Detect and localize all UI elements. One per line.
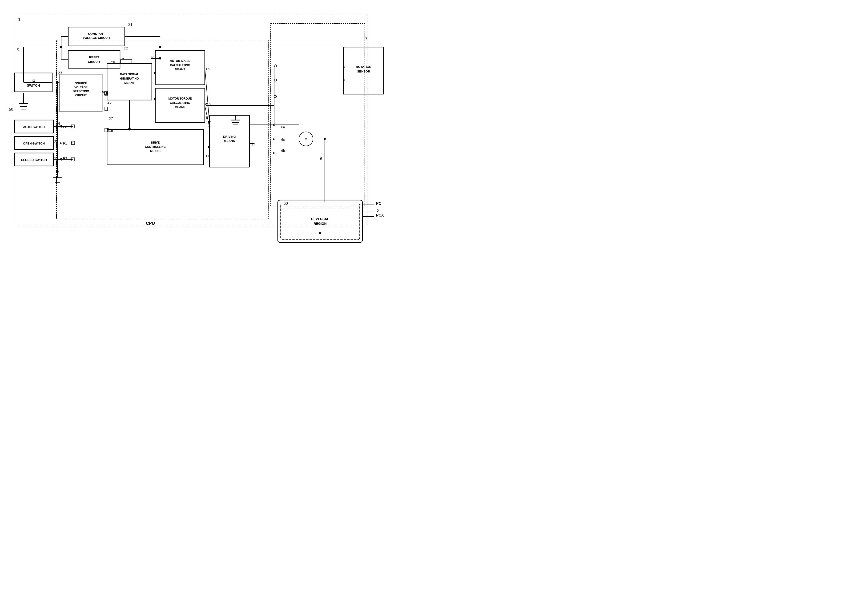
svg-point-81 xyxy=(343,66,344,68)
label-svdc2: VOLTAGE xyxy=(74,86,88,89)
label-dcm1: DRIVE xyxy=(151,141,160,144)
label-mscm1: MOTOR SPEED xyxy=(170,59,191,63)
label-dcm2: CONTROLLING xyxy=(145,145,166,149)
label-ig-switch: IG xyxy=(32,79,35,83)
label-p6: P6 xyxy=(121,57,124,61)
num-2: 2 xyxy=(54,140,56,144)
label-dcm3: MEANS xyxy=(150,149,160,153)
label-dsgm3: MEANS xyxy=(124,81,134,84)
num-25: 25 xyxy=(107,100,112,104)
label-cvc2: VOLTAGE CIRCUIT xyxy=(83,36,110,40)
label-1: 1 xyxy=(18,17,20,22)
label-pcx: PCX xyxy=(376,213,384,217)
svg-point-69 xyxy=(56,81,59,84)
label-auto-switch: AUTO-SWITCH xyxy=(23,125,45,129)
num-28: 28 xyxy=(109,129,113,132)
num-50: 50 xyxy=(9,107,13,111)
label-p8: P8 xyxy=(206,154,210,158)
label-svdc4: CIRCUIT xyxy=(75,94,87,97)
label-svdc1: SOURCE xyxy=(75,82,87,85)
label-mscm3: MEANS xyxy=(175,68,185,71)
label-cpu: CPU xyxy=(146,221,155,226)
label-dsgm2: GENERATING xyxy=(120,77,139,80)
svg-point-32 xyxy=(159,57,161,60)
num-27: 27 xyxy=(109,117,113,121)
num-23: 23 xyxy=(58,71,62,75)
label-closed-switch: CLOSED-SWITCH xyxy=(21,158,47,162)
label-0: 0 xyxy=(377,209,379,212)
label-reversal2: REGION xyxy=(313,222,326,225)
label-mtcm3: MEANS xyxy=(175,105,185,109)
num-26: 26 xyxy=(111,61,115,65)
label-mtcm2: CALCULATING xyxy=(170,101,190,104)
svg-point-82 xyxy=(343,79,344,81)
label-p9: P9 xyxy=(206,67,210,71)
num-24: 24 xyxy=(251,143,256,147)
label-pc: PC xyxy=(376,202,381,205)
label-svdc3: DETECTING xyxy=(73,90,89,93)
label-rc1: RESET xyxy=(89,56,99,59)
label-dm2: MEANS xyxy=(224,139,235,143)
label-ig-switch2: SWITCH xyxy=(27,84,40,87)
svg-rect-0 xyxy=(0,0,434,304)
label-rs1: ROTATION xyxy=(356,65,371,68)
label-p2: P2 xyxy=(63,157,67,160)
num-7: 7 xyxy=(365,37,367,41)
label-dm1: DRIVING xyxy=(223,135,236,138)
num-6: 6 xyxy=(320,157,322,161)
label-p3: P3 xyxy=(63,125,67,129)
label-open-switch: OPEN-SWITCH xyxy=(23,142,45,145)
num-4: 4 xyxy=(58,121,60,126)
num-3: 3 xyxy=(54,156,56,160)
circuit-diagram: 1 CPU IG SWITCH CONSTANT VOLTAGE CIRCUIT… xyxy=(0,0,434,304)
label-p1: P1 xyxy=(63,141,67,145)
label-dsgm1: DATA SIGNAL xyxy=(120,73,139,76)
motor-symbol: M xyxy=(305,138,307,141)
num-6c: 6c xyxy=(281,138,285,141)
label-mscm2: CALCULATING xyxy=(170,64,190,67)
label-reversal1: REVERSAL xyxy=(311,217,329,221)
label-cvc1: CONSTANT xyxy=(88,32,105,36)
num-6a: 6a xyxy=(281,125,285,129)
label-rc2: CIRCUIT xyxy=(88,60,101,64)
num-60: 60 xyxy=(284,202,288,205)
num-6b: 6b xyxy=(281,149,285,152)
label-p7: P7 xyxy=(206,116,210,119)
svg-point-105 xyxy=(319,232,321,234)
label-rs2: SENSOR xyxy=(357,70,370,73)
num-21: 21 xyxy=(128,23,133,26)
label-mtcm1: MOTOR TORQUE xyxy=(169,97,192,100)
num-5: 5 xyxy=(17,48,19,52)
